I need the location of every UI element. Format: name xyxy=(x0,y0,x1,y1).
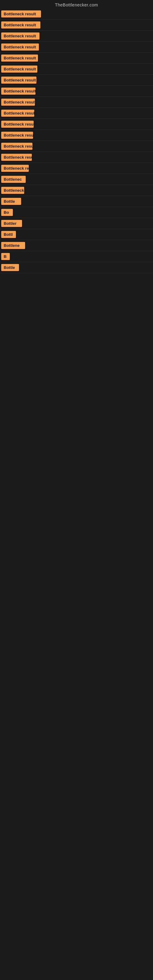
bottleneck-row-22[interactable]: Bottlene xyxy=(0,240,153,251)
bottleneck-badge-15[interactable]: Bottleneck re xyxy=(1,165,29,172)
bottleneck-badge-21[interactable]: Bottl xyxy=(1,231,16,238)
bottleneck-row-4[interactable]: Bottleneck result xyxy=(0,41,153,52)
bottleneck-badge-7[interactable]: Bottleneck result xyxy=(1,76,37,84)
bottleneck-badge-2[interactable]: Bottleneck result xyxy=(1,21,40,29)
site-title: TheBottlenecker.com xyxy=(0,0,153,9)
bottleneck-row-14[interactable]: Bottleneck resu xyxy=(0,152,153,163)
bottleneck-badge-18[interactable]: Bottle xyxy=(1,198,21,205)
bottleneck-badge-8[interactable]: Bottleneck result xyxy=(1,88,35,95)
bottleneck-row-11[interactable]: Bottleneck result xyxy=(0,119,153,130)
bottleneck-row-9[interactable]: Bottleneck result xyxy=(0,97,153,108)
bottleneck-row-6[interactable]: Bottleneck result xyxy=(0,64,153,75)
bottleneck-row-16[interactable]: Bottlenec xyxy=(0,174,153,185)
bottleneck-row-2[interactable]: Bottleneck result xyxy=(0,20,153,30)
bottleneck-row-19[interactable]: Bo xyxy=(0,207,153,218)
bottleneck-badge-9[interactable]: Bottleneck result xyxy=(1,99,35,106)
bottleneck-row-20[interactable]: Bottler xyxy=(0,218,153,229)
bottleneck-row-17[interactable]: Bottleneck xyxy=(0,185,153,196)
spacer xyxy=(0,273,153,702)
bottleneck-badge-22[interactable]: Bottlene xyxy=(1,242,25,249)
bottleneck-row-10[interactable]: Bottleneck result xyxy=(0,108,153,119)
rows-container: Bottleneck resultBottleneck resultBottle… xyxy=(0,9,153,273)
bottleneck-badge-24[interactable]: Bottle xyxy=(1,264,19,271)
bottleneck-row-8[interactable]: Bottleneck result xyxy=(0,86,153,97)
bottleneck-badge-17[interactable]: Bottleneck xyxy=(1,187,24,194)
bottleneck-row-23[interactable]: B xyxy=(0,251,153,262)
bottleneck-badge-6[interactable]: Bottleneck result xyxy=(1,65,37,73)
bottleneck-badge-10[interactable]: Bottleneck result xyxy=(1,110,34,117)
bottleneck-badge-12[interactable]: Bottleneck resul xyxy=(1,132,33,139)
bottleneck-row-13[interactable]: Bottleneck resu xyxy=(0,141,153,152)
bottleneck-row-1[interactable]: Bottleneck result xyxy=(0,9,153,20)
bottleneck-row-18[interactable]: Bottle xyxy=(0,196,153,207)
bottleneck-row-5[interactable]: Bottleneck result xyxy=(0,52,153,64)
bottleneck-badge-23[interactable]: B xyxy=(1,253,10,260)
bottleneck-badge-14[interactable]: Bottleneck resu xyxy=(1,154,32,161)
bottleneck-badge-20[interactable]: Bottler xyxy=(1,220,22,227)
bottleneck-row-12[interactable]: Bottleneck resul xyxy=(0,130,153,141)
bottleneck-row-3[interactable]: Bottleneck result xyxy=(0,30,153,41)
bottleneck-badge-13[interactable]: Bottleneck resu xyxy=(1,143,32,150)
bottleneck-badge-16[interactable]: Bottlenec xyxy=(1,176,26,183)
bottleneck-badge-4[interactable]: Bottleneck result xyxy=(1,43,39,51)
bottleneck-row-24[interactable]: Bottle xyxy=(0,262,153,273)
bottleneck-row-7[interactable]: Bottleneck result xyxy=(0,75,153,86)
bottleneck-badge-3[interactable]: Bottleneck result xyxy=(1,32,40,40)
bottleneck-badge-5[interactable]: Bottleneck result xyxy=(1,54,38,62)
bottleneck-badge-11[interactable]: Bottleneck result xyxy=(1,121,33,128)
bottleneck-badge-1[interactable]: Bottleneck result xyxy=(1,10,41,18)
bottleneck-row-21[interactable]: Bottl xyxy=(0,229,153,240)
bottleneck-badge-19[interactable]: Bo xyxy=(1,209,13,216)
bottleneck-row-15[interactable]: Bottleneck re xyxy=(0,163,153,174)
